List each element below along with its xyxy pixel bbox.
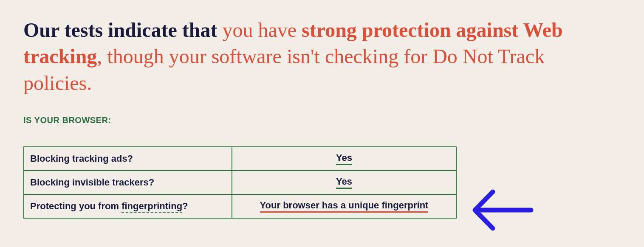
subheading: IS YOUR BROWSER:	[23, 115, 621, 125]
results-table: Blocking tracking ads? Yes Blocking invi…	[23, 146, 457, 219]
row-value[interactable]: Yes	[336, 176, 352, 189]
fingerprinting-term[interactable]: fingerprinting	[121, 201, 182, 213]
row-label-post: ?	[182, 201, 188, 211]
row-value-cell: Your browser has a unique fingerprint	[232, 194, 456, 218]
headline-middle: you have	[222, 19, 302, 41]
row-label-pre: Protecting you from	[30, 201, 121, 211]
table-row: Protecting you from fingerprinting? Your…	[24, 194, 456, 218]
results-headline: Our tests indicate that you have strong …	[23, 17, 618, 96]
row-label: Blocking invisible trackers?	[24, 171, 232, 194]
row-value-cell: Yes	[232, 147, 456, 171]
headline-tail: , though your software isn't checking fo…	[23, 45, 545, 94]
row-value[interactable]: Yes	[336, 152, 352, 165]
table-row: Blocking tracking ads? Yes	[24, 147, 456, 171]
row-value[interactable]: Your browser has a unique fingerprint	[260, 200, 429, 213]
row-value-cell: Yes	[232, 171, 456, 194]
row-label: Blocking tracking ads?	[24, 147, 232, 171]
headline-lead: Our tests indicate that	[23, 19, 222, 41]
table-row: Blocking invisible trackers? Yes	[24, 171, 456, 194]
row-label: Protecting you from fingerprinting?	[24, 194, 232, 218]
arrow-annotation-icon	[467, 187, 535, 233]
row-label-text: Blocking tracking ads?	[30, 153, 133, 164]
row-label-text: Blocking invisible trackers?	[30, 177, 154, 188]
